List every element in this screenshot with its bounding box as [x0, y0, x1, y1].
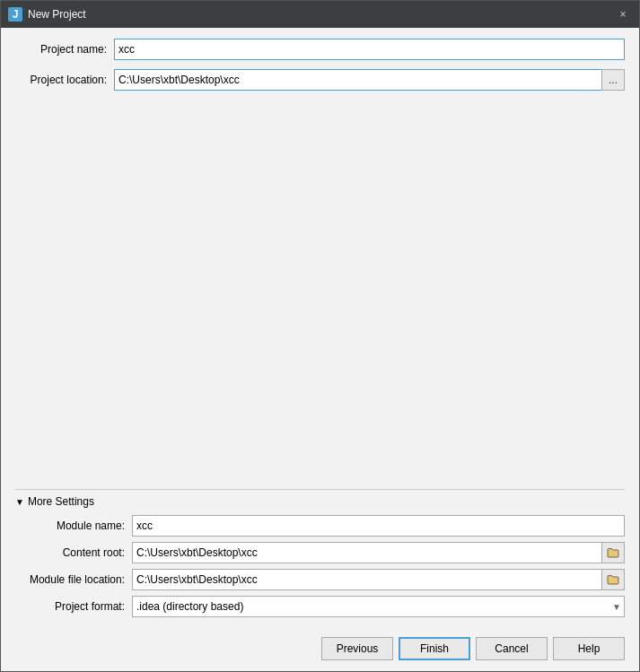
more-settings-section: ▼ More Settings Module name: Content roo…: [15, 489, 625, 623]
chevron-down-icon: ▼: [15, 497, 24, 507]
module-file-location-field-group: [132, 569, 625, 590]
module-file-location-browse-button[interactable]: [601, 569, 625, 590]
close-button[interactable]: ×: [614, 5, 632, 23]
project-location-label: Project location:: [15, 74, 114, 86]
folder-icon: [607, 574, 619, 585]
help-button[interactable]: Help: [553, 637, 625, 660]
content-root-input[interactable]: [132, 542, 601, 563]
project-name-input[interactable]: [114, 39, 625, 60]
module-file-location-label: Module file location:: [15, 573, 132, 586]
cancel-button[interactable]: Cancel: [476, 637, 548, 660]
module-file-location-input[interactable]: [132, 569, 601, 590]
dialog-title: New Project: [28, 8, 614, 21]
project-format-label: Project format:: [15, 600, 132, 613]
content-root-field-group: [132, 542, 625, 563]
content-root-row: Content root:: [15, 542, 625, 563]
module-file-location-row: Module file location:: [15, 569, 625, 590]
previous-button[interactable]: Previous: [321, 637, 393, 660]
folder-icon: [607, 547, 619, 558]
title-bar: J New Project ×: [1, 1, 639, 28]
finish-button[interactable]: Finish: [399, 637, 470, 660]
project-location-row: Project location: ...: [15, 69, 625, 91]
dialog-content: Project name: Project location: ... ▼ Mo…: [1, 28, 639, 630]
project-format-select[interactable]: .idea (directory based): [132, 596, 625, 617]
content-root-label: Content root:: [15, 546, 132, 559]
project-location-field-group: ...: [114, 69, 625, 91]
module-name-label: Module name:: [15, 519, 132, 532]
more-settings-label: More Settings: [28, 495, 94, 508]
new-project-dialog: J New Project × Project name: Project lo…: [0, 0, 640, 672]
middle-area: [15, 100, 625, 489]
project-name-row: Project name:: [15, 39, 625, 60]
project-name-label: Project name:: [15, 43, 114, 56]
project-format-row: Project format: .idea (directory based) …: [15, 596, 625, 617]
project-location-input[interactable]: [114, 69, 601, 91]
project-location-browse-button[interactable]: ...: [601, 69, 625, 91]
module-name-row: Module name:: [15, 515, 625, 537]
module-name-input[interactable]: [132, 515, 625, 537]
content-root-browse-button[interactable]: [601, 542, 625, 563]
app-icon: J: [8, 7, 22, 22]
dialog-footer: Previous Finish Cancel Help: [1, 630, 639, 671]
project-format-select-wrapper: .idea (directory based) ▼: [132, 596, 625, 617]
more-settings-header[interactable]: ▼ More Settings: [15, 495, 625, 508]
